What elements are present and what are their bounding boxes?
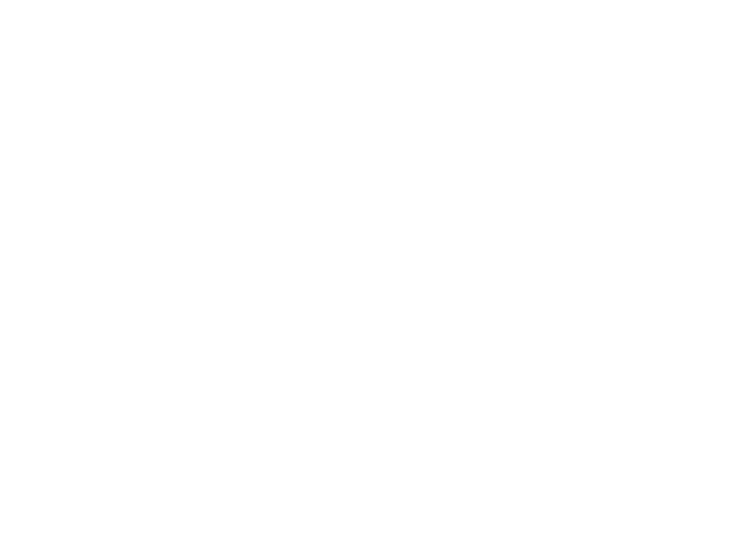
tagesdiagramm-chart xyxy=(0,0,747,560)
chart-svg xyxy=(0,0,747,560)
